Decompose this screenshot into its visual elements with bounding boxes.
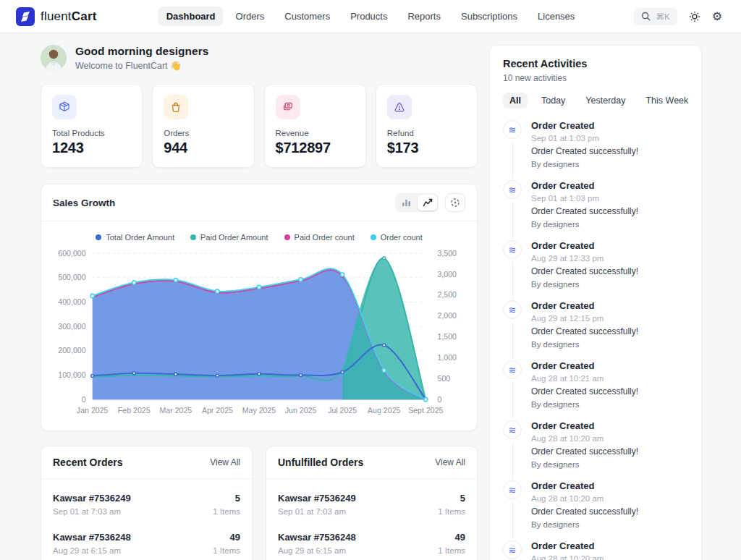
order-row[interactable]: Kawsar #7536248Aug 29 at 6:15 am 491 Ite… bbox=[278, 522, 465, 560]
nav-actions: ⌘K ⚙ bbox=[634, 8, 722, 25]
shopping-bag-icon bbox=[164, 95, 188, 119]
activity-message: Order Created successfully! bbox=[531, 506, 638, 517]
order-customer: Kawsar #7536248 bbox=[53, 532, 131, 543]
legend-paid-order-count[interactable]: Paid Order count bbox=[284, 233, 355, 242]
activity-time: Aug 28 at 10:20 am bbox=[531, 554, 638, 560]
recent-activities-title: Recent Activities bbox=[503, 58, 688, 69]
activity-item[interactable]: ≋ Order CreatedAug 28 at 10:20 amOrder C… bbox=[503, 540, 688, 560]
order-amount: 5 bbox=[213, 493, 240, 504]
activity-time: Aug 28 at 10:21 am bbox=[531, 374, 638, 383]
nav-item-dashboard[interactable]: Dashboard bbox=[158, 7, 224, 26]
activity-title: Order Created bbox=[531, 180, 638, 191]
recent-orders-view-all-link[interactable]: View All bbox=[210, 457, 240, 467]
activity-item[interactable]: ≋ Order CreatedSep 01 at 1:03 pmOrder Cr… bbox=[503, 180, 688, 240]
order-amount: 5 bbox=[438, 493, 465, 504]
stack-icon: ≋ bbox=[503, 540, 522, 559]
stack-icon: ≋ bbox=[503, 480, 522, 499]
svg-text:1,000: 1,000 bbox=[438, 353, 457, 362]
order-amount: 49 bbox=[438, 532, 465, 543]
stack-icon: ≋ bbox=[503, 360, 522, 379]
stat-label: Total Products bbox=[52, 129, 131, 137]
svg-text:3,500: 3,500 bbox=[438, 249, 457, 258]
tab-today[interactable]: Today bbox=[535, 93, 572, 109]
activity-time: Sep 01 at 1:03 pm bbox=[531, 134, 638, 143]
stat-label: Refund bbox=[387, 129, 466, 137]
stat-value: 944 bbox=[164, 140, 242, 156]
stat-card-refund[interactable]: Refund $173 bbox=[376, 84, 478, 168]
svg-text:Sept 2025: Sept 2025 bbox=[408, 406, 443, 415]
nav-item-subscriptions[interactable]: Subscriptions bbox=[453, 7, 525, 26]
activity-item[interactable]: ≋ Order CreatedAug 29 at 12:33 pmOrder C… bbox=[503, 240, 688, 300]
activity-message: Order Created successfully! bbox=[531, 206, 638, 216]
chart-legend: Total Order Amount Paid Order Amount Pai… bbox=[41, 221, 477, 243]
search-button[interactable]: ⌘K bbox=[634, 8, 677, 25]
refresh-chart-button[interactable] bbox=[445, 193, 465, 212]
activity-time: Sep 01 at 1:03 pm bbox=[531, 194, 638, 203]
activity-item[interactable]: ≋ Order CreatedAug 28 at 10:20 amOrder C… bbox=[503, 420, 688, 480]
line-chart-icon[interactable] bbox=[418, 195, 437, 211]
activity-item[interactable]: ≋ Order CreatedAug 28 at 10:21 amOrder C… bbox=[503, 360, 688, 420]
theme-toggle-button[interactable] bbox=[689, 11, 700, 22]
unfulfilled-orders-card: Unfulfilled Orders View All Kawsar #7536… bbox=[266, 446, 478, 560]
order-items: 1 Items bbox=[438, 546, 465, 555]
stack-icon: ≋ bbox=[503, 120, 522, 139]
legend-order-count[interactable]: Order count bbox=[370, 233, 423, 242]
legend-label: Order count bbox=[381, 233, 423, 242]
svg-text:Aug 2025: Aug 2025 bbox=[368, 406, 400, 415]
svg-text:2,500: 2,500 bbox=[438, 290, 457, 299]
svg-text:Apr 2025: Apr 2025 bbox=[202, 406, 233, 415]
user-avatar bbox=[41, 45, 67, 71]
nav-item-orders[interactable]: Orders bbox=[228, 7, 273, 26]
activity-item[interactable]: ≋ Order CreatedSep 01 at 1:03 pmOrder Cr… bbox=[503, 120, 688, 180]
chart-area: 0100,000200,000300,000400,000500,000600,… bbox=[41, 243, 477, 430]
tab-this-week[interactable]: This Week bbox=[639, 93, 695, 109]
order-items: 1 Items bbox=[213, 507, 240, 516]
activity-item[interactable]: ≋ Order CreatedAug 28 at 10:20 amOrder C… bbox=[503, 480, 688, 540]
page-body: Good morning designers Welcome to Fluent… bbox=[0, 33, 741, 560]
svg-text:3,000: 3,000 bbox=[438, 270, 457, 279]
stat-card-total-products[interactable]: Total Products 1243 bbox=[41, 84, 143, 168]
stat-card-revenue[interactable]: Revenue $712897 bbox=[264, 84, 366, 168]
sales-growth-title: Sales Growth bbox=[53, 198, 115, 208]
timeline-connector bbox=[512, 142, 513, 179]
activity-item[interactable]: ≋ Order CreatedAug 29 at 12:15 pmOrder C… bbox=[503, 300, 688, 360]
unfulfilled-orders-view-all-link[interactable]: View All bbox=[435, 457, 465, 467]
sales-growth-card: Sales Growth Total Or bbox=[41, 184, 478, 431]
tab-yesterday[interactable]: Yesterday bbox=[579, 93, 632, 109]
activity-author: By designers bbox=[531, 340, 638, 349]
recent-orders-card: Recent Orders View All Kawsar #7536249Se… bbox=[41, 446, 253, 560]
bar-chart-icon[interactable] bbox=[397, 195, 416, 211]
svg-text:0: 0 bbox=[82, 395, 86, 404]
brand-name: fluentCart bbox=[41, 9, 97, 24]
nav-item-reports[interactable]: Reports bbox=[399, 7, 449, 26]
orders-section: Recent Orders View All Kawsar #7536249Se… bbox=[41, 446, 478, 560]
legend-paid-order-amount[interactable]: Paid Order Amount bbox=[190, 233, 268, 242]
order-row[interactable]: Kawsar #7536248Aug 29 at 6:15 am 491 Ite… bbox=[53, 522, 240, 560]
stat-card-orders[interactable]: Orders 944 bbox=[152, 84, 254, 168]
recent-orders-title: Recent Orders bbox=[53, 457, 122, 468]
activity-time: Aug 29 at 12:33 pm bbox=[531, 254, 638, 263]
main-menu: Dashboard Orders Customers Products Repo… bbox=[158, 7, 583, 26]
svg-text:Jun 2025: Jun 2025 bbox=[285, 406, 317, 415]
nav-item-licenses[interactable]: Licenses bbox=[530, 7, 583, 26]
nav-item-products[interactable]: Products bbox=[342, 7, 395, 26]
stat-label: Orders bbox=[164, 129, 242, 137]
tab-all[interactable]: All bbox=[503, 93, 528, 109]
stat-value: $173 bbox=[387, 140, 466, 156]
settings-button[interactable]: ⚙ bbox=[712, 11, 722, 22]
stat-value: 1243 bbox=[52, 140, 131, 156]
order-row[interactable]: Kawsar #7536249Sep 01 at 7:03 am 51 Item… bbox=[53, 483, 240, 522]
stack-icon: ≋ bbox=[503, 240, 522, 259]
order-row[interactable]: Kawsar #7536249Sep 01 at 7:03 am 51 Item… bbox=[278, 483, 465, 522]
sun-icon bbox=[689, 11, 700, 22]
timeline-connector bbox=[512, 202, 513, 239]
legend-dot bbox=[190, 234, 196, 240]
legend-total-order-amount[interactable]: Total Order Amount bbox=[96, 233, 174, 242]
svg-text:400,000: 400,000 bbox=[58, 297, 85, 306]
svg-text:Feb 2025: Feb 2025 bbox=[118, 406, 151, 415]
brand-logo[interactable]: fluentCart bbox=[16, 7, 97, 26]
greeting-subtitle: Welcome to FluentCart 👋 bbox=[75, 60, 208, 71]
nav-item-customers[interactable]: Customers bbox=[276, 7, 338, 26]
sales-growth-chart[interactable]: 0100,000200,000300,000400,000500,000600,… bbox=[46, 245, 473, 423]
svg-text:0: 0 bbox=[438, 395, 442, 404]
